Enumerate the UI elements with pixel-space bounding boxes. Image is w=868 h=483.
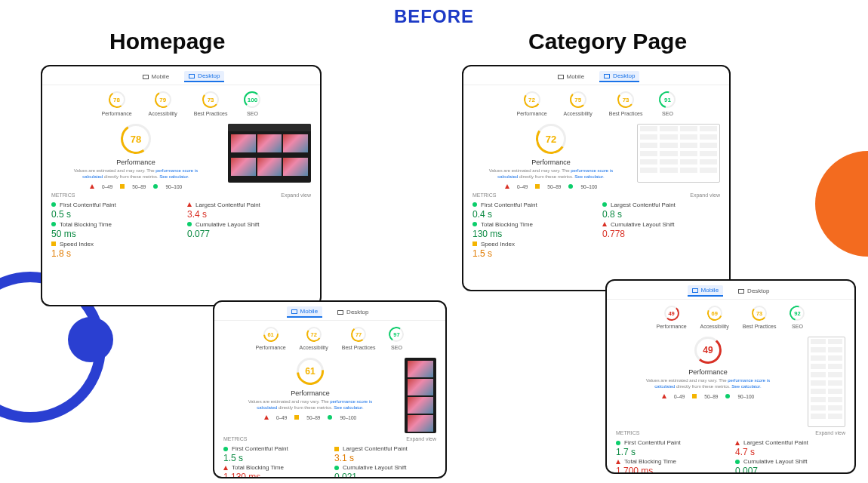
perf-note-link2[interactable]: See calculator. (159, 174, 189, 179)
mobile-icon (692, 288, 698, 293)
gauge-performance-ring: 78 (109, 91, 125, 108)
metric-tbt-status-icon (472, 222, 477, 226)
screenshot-thumbnail (405, 358, 436, 433)
performance-title: Performance (291, 389, 330, 397)
mobile-icon (558, 75, 564, 79)
device-tabs: Mobile Desktop (607, 281, 854, 300)
metric-fcp-status-icon (51, 202, 56, 207)
metric-lcp-status-icon (187, 202, 192, 207)
performance-big-ring: 72 (536, 124, 566, 154)
expand-view-link[interactable]: Expand view (690, 192, 720, 198)
perf-note-link2[interactable]: See calculator. (334, 405, 363, 410)
metric-tbt-value: 130 ms (472, 229, 590, 239)
tab-desktop-label: Desktop (747, 288, 769, 294)
gauge-accessibility: 69 Accessibility (700, 306, 729, 329)
performance-note: Values are estimated and may vary. The p… (644, 378, 772, 390)
metric-fcp: First Contentful Paint 1.7 s (616, 439, 726, 457)
tab-mobile[interactable]: Mobile (287, 306, 323, 318)
performance-note: Values are estimated and may vary. The p… (72, 168, 200, 180)
decor-orange-arc (815, 151, 868, 257)
heading-before: BEFORE (0, 6, 868, 27)
tab-mobile[interactable]: Mobile (138, 71, 174, 82)
expand-view-link[interactable]: Expand view (815, 430, 845, 435)
tab-desktop[interactable]: Desktop (599, 71, 639, 82)
metric-si: Speed Index 1.5 s (472, 241, 590, 259)
decor-blue-dot (68, 317, 113, 362)
metric-tbt: Total Blocking Time 1,700 ms (616, 458, 726, 474)
gauge-seo-label: SEO (792, 324, 803, 329)
metric-lcp: Largest Contentful Paint 4.7 s (735, 439, 845, 457)
tab-desktop[interactable]: Desktop (333, 306, 373, 318)
screenshot-thumbnail (808, 337, 845, 427)
legend-mid: 50–89 (704, 394, 718, 399)
metric-si-value: 1.5 s (472, 248, 590, 259)
legend-high-icon (568, 184, 573, 189)
tab-desktop[interactable]: Desktop (734, 285, 774, 297)
gauge-best-practices-label: Best Practices (609, 111, 643, 116)
gauge-performance: 72 Performance (517, 91, 547, 116)
tab-mobile-label: Mobile (567, 73, 585, 80)
metric-tbt-value: 50 ms (51, 229, 175, 239)
gauge-best-practices-ring: 73 (752, 306, 767, 321)
metrics-grid: First Contentful Paint 1.7 s Largest Con… (607, 437, 854, 474)
metric-lcp-label: Largest Contentful Paint (611, 202, 676, 208)
tab-mobile[interactable]: Mobile (553, 71, 589, 82)
metric-cls: Cumulative Layout Shift 0.007 (735, 458, 845, 474)
tab-desktop[interactable]: Desktop (184, 71, 224, 82)
metric-fcp-value: 0.5 s (51, 209, 175, 220)
desktop-icon (337, 310, 343, 315)
tab-mobile-label: Mobile (152, 73, 170, 80)
gauge-best-practices: 77 Best Practices (342, 327, 376, 350)
metric-cls-value: 0.077 (187, 229, 311, 239)
gauge-performance: 61 Performance (256, 327, 286, 350)
expand-view-link[interactable]: Expand view (281, 192, 311, 198)
metric-lcp-value: 3.1 s (334, 453, 436, 463)
metric-lcp-status-icon (735, 441, 740, 445)
perf-note-link2[interactable]: See calculator. (574, 174, 604, 179)
metric-cls-value: 0.021 (334, 472, 436, 478)
metrics-header-row: METRICS Expand view (214, 435, 445, 443)
device-tabs: Mobile Desktop (214, 302, 445, 321)
expand-view-link[interactable]: Expand view (406, 436, 436, 441)
metric-fcp-label: First Contentful Paint (232, 445, 288, 452)
device-tabs: Mobile Desktop (42, 66, 320, 85)
gauge-best-practices-label: Best Practices (194, 111, 228, 116)
desktop-icon (189, 74, 195, 78)
mobile-icon (291, 309, 297, 314)
gauge-seo-ring: 100 (244, 91, 260, 108)
metrics-grid: First Contentful Paint 1.5 s Largest Con… (214, 443, 445, 478)
metric-lcp: Largest Contentful Paint 3.1 s (334, 445, 436, 463)
metrics-header-row: METRICS Expand view (607, 429, 854, 437)
metric-lcp-value: 0.8 s (602, 209, 720, 220)
metrics-header: METRICS (472, 192, 497, 198)
legend-high-icon (153, 184, 158, 189)
perf-note-link2[interactable]: See calculator. (731, 384, 761, 389)
metric-cls-status-icon (187, 222, 192, 226)
metric-lcp-label: Largest Contentful Paint (195, 202, 260, 208)
metrics-header: METRICS (616, 430, 640, 435)
gauge-seo-ring: 92 (790, 306, 805, 321)
metric-fcp-label: First Contentful Paint (624, 439, 681, 446)
col-title-homepage: Homepage (109, 29, 225, 54)
legend-low-icon (264, 415, 269, 420)
report-homepage-desktop: Mobile Desktop 78 Performance 79 Accessi… (41, 65, 322, 306)
metric-tbt-status-icon (616, 460, 620, 464)
metric-cls-status-icon (334, 466, 339, 470)
legend-low-icon (90, 184, 94, 189)
metric-tbt-label: Total Blocking Time (481, 221, 533, 228)
legend-mid: 50–89 (547, 184, 561, 189)
performance-note: Values are estimated and may vary. The p… (487, 168, 615, 180)
gauge-accessibility-label: Accessibility (300, 345, 328, 350)
metrics-grid: First Contentful Paint 0.4 s Largest Con… (463, 199, 729, 265)
gauge-row: 78 Performance 79 Accessibility 73 Best … (42, 85, 320, 119)
legend-mid: 50–89 (306, 415, 320, 420)
gauge-best-practices: 73 Best Practices (743, 306, 777, 329)
gauge-best-practices: 73 Best Practices (194, 91, 228, 116)
desktop-icon (738, 289, 744, 294)
tab-mobile[interactable]: Mobile (688, 285, 724, 297)
gauge-best-practices-ring: 73 (617, 91, 634, 108)
legend-mid-icon (120, 184, 125, 189)
performance-note: Values are estimated and may vary. The p… (246, 399, 374, 411)
metric-tbt: Total Blocking Time 1,130 ms (223, 464, 325, 478)
metric-cls: Cumulative Layout Shift 0.077 (187, 221, 311, 239)
